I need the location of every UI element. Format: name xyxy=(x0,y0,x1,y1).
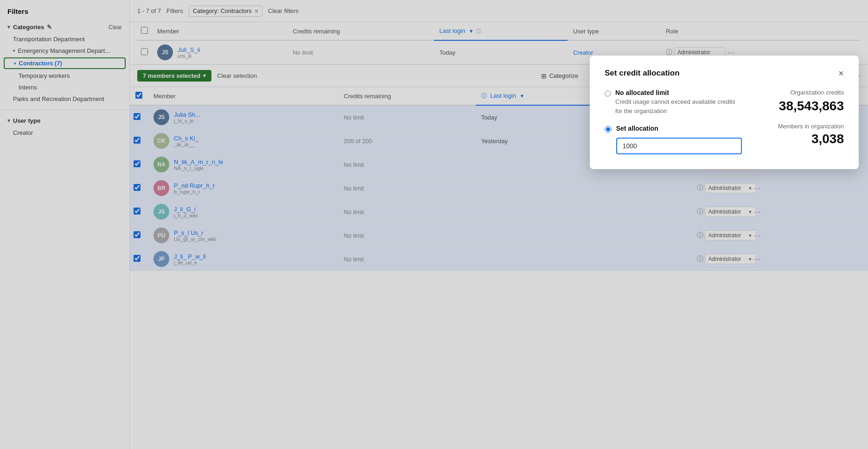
credit-allocation-modal: Set credit allocation × No allocated lim… xyxy=(590,56,859,169)
modal-header: Set credit allocation × xyxy=(605,69,844,78)
modal-overlay: Set credit allocation × No allocated lim… xyxy=(0,0,868,449)
modal-stats: Organization credits 38,543,863 Members … xyxy=(760,89,844,154)
no-limit-radio[interactable] xyxy=(605,90,611,97)
set-allocation-label: Set allocation xyxy=(616,125,742,132)
modal-title: Set credit allocation xyxy=(605,69,680,78)
modal-options: No allocated limit Credit usage cannot e… xyxy=(605,89,742,154)
members-value: 3,038 xyxy=(760,132,844,146)
no-limit-desc: Credit usage cannot exceed available cre… xyxy=(615,97,742,115)
set-allocation-option: Set allocation xyxy=(605,125,742,154)
set-allocation-radio[interactable] xyxy=(605,126,612,133)
org-credits-label: Organization credits xyxy=(760,89,844,96)
modal-close-btn[interactable]: × xyxy=(838,69,844,78)
allocation-input[interactable] xyxy=(616,138,742,154)
no-limit-label: No allocated limit xyxy=(615,89,742,96)
no-limit-option: No allocated limit Credit usage cannot e… xyxy=(605,89,742,115)
modal-body: No allocated limit Credit usage cannot e… xyxy=(605,89,844,154)
members-label: Members in organization xyxy=(760,123,844,130)
org-credits-value: 38,543,863 xyxy=(760,99,844,114)
